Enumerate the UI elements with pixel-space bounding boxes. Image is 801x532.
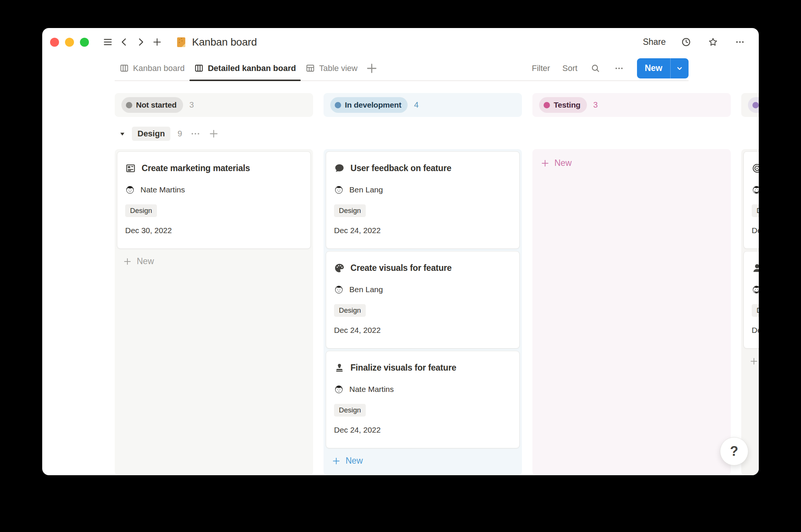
page-emoji-icon xyxy=(175,36,188,49)
avatar-ben-lang xyxy=(334,285,344,294)
zoom-button[interactable] xyxy=(80,38,89,47)
forward-icon[interactable] xyxy=(134,35,147,49)
status-dot xyxy=(126,102,132,108)
status-pill-in-development[interactable]: In development xyxy=(330,97,408,113)
design-tag: Design xyxy=(752,304,759,317)
new-card-button[interactable]: New xyxy=(749,356,759,366)
column-header-column-4-partial xyxy=(741,93,759,117)
assignee-name: Ben Lang xyxy=(349,185,383,194)
kanban-board: Not started3In development4Testing3 Desi… xyxy=(42,81,759,475)
newspaper-icon xyxy=(125,163,136,174)
back-icon[interactable] xyxy=(117,35,131,49)
kanban-card[interactable]: Create visuals for featureBen LangDesign… xyxy=(326,251,520,349)
tab-kanban-board[interactable]: Kanban board xyxy=(115,56,189,80)
kanban-card[interactable]: DesignDec 24, 2022 xyxy=(743,251,759,349)
add-view-button[interactable] xyxy=(365,62,378,75)
menu-icon[interactable] xyxy=(101,35,114,49)
minimize-button[interactable] xyxy=(65,38,74,47)
avatar-bearded-user xyxy=(752,185,759,195)
column-testing: New xyxy=(532,149,731,475)
filter-button[interactable]: Filter xyxy=(532,64,550,73)
history-clock-icon[interactable] xyxy=(679,35,693,49)
card-title: Create marketing materials xyxy=(142,163,250,173)
design-tag: Design xyxy=(125,204,157,217)
favorite-star-icon[interactable] xyxy=(706,35,720,49)
new-card-button[interactable]: New xyxy=(123,256,307,266)
columns-row: Create marketing materialsNate MartinsDe… xyxy=(115,149,759,475)
design-tag: Design xyxy=(752,204,759,217)
group-more-icon[interactable] xyxy=(190,129,201,139)
page-title: Kanban board xyxy=(192,36,257,48)
user-bust-icon xyxy=(752,263,759,273)
new-page-icon[interactable] xyxy=(150,35,164,49)
column-headers-row: Not started3In development4Testing3 xyxy=(115,93,759,117)
column-column-4-partial: DesignDec 24, 2022DesignDec 24, 2022New xyxy=(741,149,759,475)
avatar-nate-martins xyxy=(334,384,344,394)
view-options-icon[interactable] xyxy=(613,63,625,74)
new-card-button[interactable]: New xyxy=(541,158,725,168)
assignee-name: Nate Martins xyxy=(349,385,394,394)
group-name-pill[interactable]: Design xyxy=(132,127,170,141)
column-not-started: Create marketing materialsNate MartinsDe… xyxy=(115,149,313,475)
kanban-card[interactable]: Create marketing materialsNate MartinsDe… xyxy=(117,151,311,249)
card-assignee-row: Nate Martins xyxy=(125,185,303,195)
column-in-development: User feedback on featureBen LangDesignDe… xyxy=(324,149,522,475)
column-count: 4 xyxy=(414,100,418,110)
window-controls xyxy=(50,38,89,47)
sort-button[interactable]: Sort xyxy=(562,64,577,73)
kanban-card[interactable]: Finalize visuals for featureNate Martins… xyxy=(326,351,520,448)
view-tabbar: Kanban boardDetailed kanban boardTable v… xyxy=(115,56,689,81)
card-title-row xyxy=(752,263,759,273)
group-count: 9 xyxy=(177,129,182,139)
column-count: 3 xyxy=(189,100,194,110)
titlebar-actions: Share xyxy=(643,35,746,49)
status-pill-testing[interactable]: Testing xyxy=(539,97,587,113)
kanban-card[interactable]: DesignDec 24, 2022 xyxy=(743,151,759,249)
status-pill-column-4-partial[interactable] xyxy=(748,97,759,113)
search-icon[interactable] xyxy=(590,63,601,74)
collapse-triangle-icon[interactable] xyxy=(119,130,126,137)
due-date: Dec 24, 2022 xyxy=(752,326,759,335)
board-view-icon xyxy=(120,64,129,73)
plus-icon xyxy=(332,457,341,466)
tab-label: Detailed kanban board xyxy=(208,64,296,73)
status-dot xyxy=(335,102,341,108)
new-card-label: New xyxy=(137,256,154,266)
speech-bubble-icon xyxy=(334,163,345,174)
card-title: User feedback on feature xyxy=(350,163,451,173)
tab-table-view[interactable]: Table view xyxy=(301,56,362,80)
tab-label: Table view xyxy=(319,64,358,73)
new-card-label: New xyxy=(346,456,363,466)
card-tag-row: Design xyxy=(752,204,759,217)
card-tag-row: Design xyxy=(334,404,511,417)
card-tag-row: Design xyxy=(334,304,511,317)
tab-detailed-kanban-board[interactable]: Detailed kanban board xyxy=(189,56,301,80)
status-label: Not started xyxy=(136,100,177,109)
board-toolbar: Filter Sort New xyxy=(532,58,689,78)
new-button-label[interactable]: New xyxy=(637,58,670,78)
card-tag-row: Design xyxy=(752,304,759,317)
card-title-row: Create visuals for feature xyxy=(334,263,511,273)
chevron-down-icon[interactable] xyxy=(671,58,689,78)
more-options-icon[interactable] xyxy=(733,35,746,49)
new-card-button[interactable]: New xyxy=(332,456,516,466)
card-title-row: Create marketing materials xyxy=(125,163,303,174)
view-tabs: Kanban boardDetailed kanban boardTable v… xyxy=(115,56,362,80)
close-button[interactable] xyxy=(50,38,59,47)
kanban-card[interactable]: User feedback on featureBen LangDesignDe… xyxy=(326,151,520,249)
assignee-name: Ben Lang xyxy=(349,285,383,294)
new-button[interactable]: New xyxy=(637,58,689,78)
share-button[interactable]: Share xyxy=(643,37,666,47)
group-add-icon[interactable] xyxy=(208,129,219,139)
design-tag: Design xyxy=(334,304,366,317)
column-header-testing: Testing3 xyxy=(532,93,731,117)
plus-icon xyxy=(749,357,758,366)
table-view-icon xyxy=(306,64,315,73)
card-title-row: Finalize visuals for feature xyxy=(334,362,511,373)
avatar-nate-martins xyxy=(125,185,135,195)
status-pill-not-started[interactable]: Not started xyxy=(121,97,183,113)
help-button[interactable]: ? xyxy=(720,437,748,466)
card-tag-row: Design xyxy=(125,204,303,217)
status-dot xyxy=(752,102,759,108)
stamp-icon xyxy=(334,362,345,373)
